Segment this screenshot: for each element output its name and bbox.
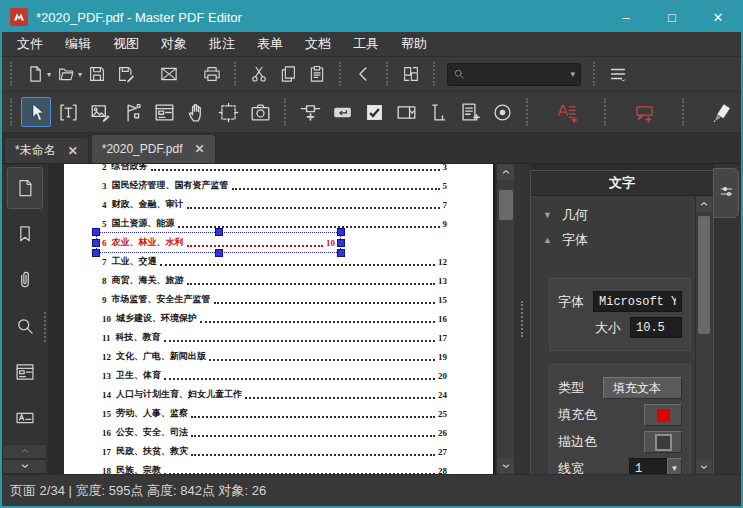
panel-splitter[interactable] (514, 164, 530, 474)
properties-tab-button[interactable] (713, 168, 739, 218)
print-button[interactable] (198, 61, 225, 87)
toc-row[interactable]: 5国土资源、能源9 (102, 214, 447, 233)
toc-row[interactable]: 16公安、安全、司法26 (102, 423, 447, 442)
toc-row[interactable]: 9市场监管、安全生产监管15 (102, 290, 447, 309)
copy-button[interactable] (274, 61, 301, 87)
sidebar-button-bookmarks[interactable] (7, 213, 43, 255)
organize-pages-button[interactable] (397, 61, 424, 87)
selection-handle[interactable] (215, 249, 223, 257)
maximize-button[interactable]: □ (649, 2, 695, 32)
sidebar-button-signature[interactable] (7, 397, 43, 439)
sidebar-splitter[interactable] (44, 312, 46, 342)
panel-scroll-up-button[interactable] (696, 196, 712, 212)
open-folder-button[interactable] (52, 61, 79, 87)
tab-close-icon[interactable]: ✕ (194, 142, 204, 156)
selection-handle[interactable] (92, 249, 100, 257)
save-as-button[interactable] (112, 61, 139, 87)
dropdown-caret-icon[interactable]: ▾ (47, 70, 51, 79)
save-button[interactable] (83, 61, 110, 87)
doc-scrollbar-thumb[interactable] (499, 190, 513, 220)
toc-row-selected[interactable]: 6农业、林业、水利10 (102, 233, 447, 252)
toc-row[interactable]: 15劳动、人事、监察25 (102, 404, 447, 423)
combo-box-button[interactable] (391, 97, 421, 127)
menu-item[interactable]: 批注 (198, 35, 246, 53)
line-width-input[interactable] (629, 458, 667, 474)
panel-scroll-down-button[interactable] (696, 459, 712, 474)
menu-item[interactable]: 视图 (102, 35, 150, 53)
annotate-text-button[interactable] (551, 97, 581, 127)
selection-handle[interactable] (337, 228, 345, 236)
selection-handle[interactable] (92, 228, 100, 236)
panel-scrollbar-thumb[interactable] (698, 216, 710, 334)
selection-handle[interactable] (337, 239, 345, 247)
toc-row[interactable]: 14人口与计划生育、妇女儿童工作24 (102, 385, 447, 404)
section-font[interactable]: ▲ 字体 (543, 227, 691, 252)
sidebar-button-attachments[interactable] (7, 259, 43, 301)
measure-button[interactable] (423, 97, 453, 127)
font-size-input[interactable] (630, 317, 682, 338)
close-button[interactable]: ✕ (695, 2, 741, 32)
edit-forms-button[interactable] (149, 97, 179, 127)
cut-button[interactable] (245, 61, 272, 87)
menu-item[interactable]: 帮助 (390, 35, 438, 53)
edit-image-button[interactable] (85, 97, 115, 127)
menu-item[interactable]: 编辑 (54, 35, 102, 53)
tab-close-icon[interactable]: ✕ (68, 144, 78, 158)
menu-item[interactable]: 工具 (342, 35, 390, 53)
selection-handle[interactable] (92, 239, 100, 247)
toc-row[interactable]: 10城乡建设、环境保护16 (102, 309, 447, 328)
menu-item[interactable]: 文件 (6, 35, 54, 53)
toc-row[interactable]: 12文化、广电、新闻出版19 (102, 347, 447, 366)
stroke-color-button[interactable] (644, 431, 682, 453)
text-type-dropdown[interactable]: 填充文本 (603, 377, 682, 399)
search-dropdown-icon[interactable]: ▾ (571, 69, 576, 79)
selection-handle[interactable] (215, 228, 223, 236)
eraser-button[interactable] (707, 97, 737, 127)
section-geometry[interactable]: ▼ 几何 (543, 202, 691, 227)
add-link-button[interactable] (295, 97, 325, 127)
fill-color-button[interactable] (644, 404, 682, 426)
toc-row[interactable]: 11科技、教育17 (102, 328, 447, 347)
selection-handle[interactable] (337, 249, 345, 257)
menu-item[interactable]: 表单 (246, 35, 294, 53)
sidebar-button-search[interactable] (7, 305, 43, 347)
sidebar-button-page-thumbnails[interactable] (7, 167, 43, 209)
edit-text-button[interactable] (53, 97, 83, 127)
back-button[interactable] (350, 61, 377, 87)
edit-path-button[interactable] (117, 97, 147, 127)
minimize-button[interactable]: – (603, 2, 649, 32)
font-name-input[interactable] (593, 291, 682, 312)
menu-item[interactable]: 对象 (150, 35, 198, 53)
crop-button[interactable] (213, 97, 243, 127)
search-input[interactable] (465, 67, 570, 81)
snapshot-button[interactable] (245, 97, 275, 127)
doc-scrollbar[interactable] (496, 164, 515, 474)
select-arrow-button[interactable] (21, 97, 51, 127)
email-button[interactable] (155, 61, 182, 87)
callout-button[interactable] (629, 97, 659, 127)
toc-row[interactable]: 4财政、金融、审计7 (102, 195, 447, 214)
dropdown-caret-icon[interactable]: ▾ (78, 70, 82, 79)
line-width-spinner[interactable]: ▼ (667, 458, 682, 474)
menu-button[interactable] (604, 61, 631, 87)
toc-row[interactable]: 7工业、交通12 (102, 252, 447, 271)
sidebar-button-form-fields[interactable] (7, 351, 43, 393)
document-tab[interactable]: *2020_PDF.pdf✕ (91, 134, 216, 163)
toc-row[interactable]: 3国民经济管理、国有资产监管5 (102, 176, 447, 195)
doc-scroll-down-button[interactable] (497, 458, 515, 474)
list-box-button[interactable] (455, 97, 485, 127)
doc-scroll-up-button[interactable] (497, 164, 515, 180)
document-tab[interactable]: *未命名✕ (4, 137, 89, 163)
sidebar-scroll-down-button[interactable] (2, 459, 47, 474)
radio-button-button[interactable] (487, 97, 517, 127)
menu-item[interactable]: 文档 (294, 35, 342, 53)
sidebar-scroll-up-button[interactable] (2, 444, 47, 459)
toc-row[interactable]: 13卫生、体育20 (102, 366, 447, 385)
toc-row[interactable]: 2综合政务3 (102, 164, 447, 176)
toc-row[interactable]: 18民族、宗教28 (102, 461, 447, 474)
new-document-button[interactable] (21, 61, 48, 87)
hand-button[interactable] (181, 97, 211, 127)
check-box-button[interactable] (359, 97, 389, 127)
toc-row[interactable]: 17民政、扶贫、救灾27 (102, 442, 447, 461)
panel-scrollbar[interactable] (695, 196, 712, 474)
